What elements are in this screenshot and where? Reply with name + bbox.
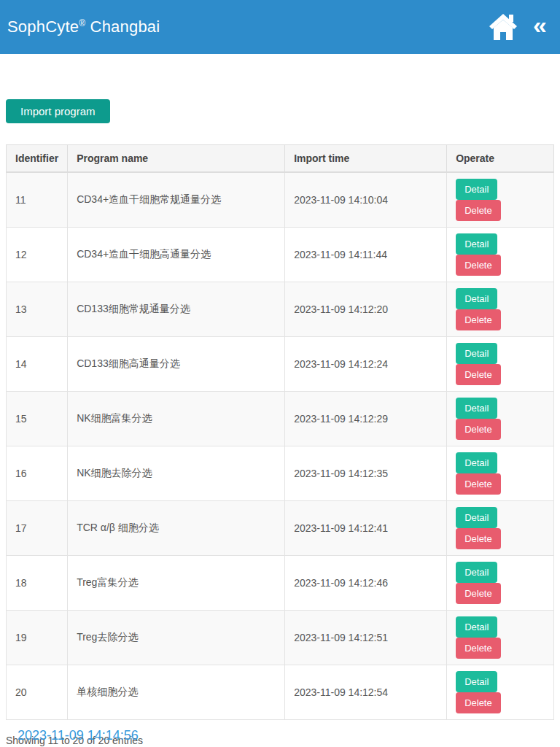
row-id: 17 bbox=[7, 501, 68, 556]
row-operate: Detail Delete bbox=[447, 611, 554, 665]
detail-button[interactable]: Detail bbox=[456, 398, 497, 419]
delete-button[interactable]: Delete bbox=[456, 692, 501, 713]
row-operate: Detail Delete bbox=[447, 172, 554, 228]
row-time: 2023-11-09 14:12:35 bbox=[285, 446, 447, 501]
row-time: 2023-11-09 14:11:44 bbox=[285, 228, 447, 282]
row-name: CD34+造血干细胞常规通量分选 bbox=[68, 172, 285, 228]
column-header-operate: Operate bbox=[447, 145, 554, 173]
table-header-row: Identifier Program name Import time Oper… bbox=[7, 145, 554, 173]
row-id: 12 bbox=[7, 228, 68, 282]
delete-button[interactable]: Delete bbox=[456, 583, 501, 604]
table-row: 17 TCR α/β 细胞分选 2023-11-09 14:12:41 Deta… bbox=[7, 501, 554, 556]
table-row: 19 Treg去除分选 2023-11-09 14:12:51 Detail D… bbox=[7, 611, 554, 665]
import-program-button[interactable]: Import program bbox=[6, 99, 110, 123]
row-operate: Detail Delete bbox=[447, 446, 554, 501]
row-id: 16 bbox=[7, 446, 68, 501]
delete-button[interactable]: Delete bbox=[456, 419, 501, 440]
row-operate: Detail Delete bbox=[447, 501, 554, 556]
detail-button[interactable]: Detail bbox=[456, 507, 497, 528]
row-id: 14 bbox=[7, 337, 68, 392]
row-time: 2023-11-09 14:12:51 bbox=[285, 611, 447, 665]
detail-button[interactable]: Detail bbox=[456, 616, 497, 638]
row-name: CD133细胞常规通量分选 bbox=[68, 282, 285, 337]
registered-mark: ® bbox=[79, 18, 85, 28]
row-name: TCR α/β 细胞分选 bbox=[68, 501, 285, 556]
detail-button[interactable]: Detail bbox=[456, 288, 497, 309]
table-row: 16 NK细胞去除分选 2023-11-09 14:12:35 Detail D… bbox=[7, 446, 554, 501]
row-id: 15 bbox=[7, 392, 68, 446]
column-header-identifier: Identifier bbox=[7, 145, 68, 173]
delete-button[interactable]: Delete bbox=[456, 528, 501, 549]
row-id: 19 bbox=[7, 611, 68, 665]
table-row: 11 CD34+造血干细胞常规通量分选 2023-11-09 14:10:04 … bbox=[7, 172, 554, 228]
brand-name: SophCyte bbox=[7, 18, 79, 36]
detail-button[interactable]: Detail bbox=[456, 562, 497, 583]
row-time: 2023-11-09 14:12:24 bbox=[285, 337, 447, 392]
delete-button[interactable]: Delete bbox=[456, 309, 501, 330]
row-operate: Detail Delete bbox=[447, 392, 554, 446]
row-time: 2023-11-09 14:12:54 bbox=[285, 665, 447, 720]
detail-button[interactable]: Detail bbox=[456, 233, 497, 255]
row-name: Treg富集分选 bbox=[68, 556, 285, 611]
row-name: 单核细胞分选 bbox=[68, 665, 285, 720]
main-content: Import program Identifier Program name I… bbox=[0, 54, 560, 747]
row-name: Treg去除分选 bbox=[68, 611, 285, 665]
detail-button[interactable]: Detail bbox=[456, 452, 497, 473]
column-header-import-time: Import time bbox=[285, 145, 447, 173]
detail-button[interactable]: Detail bbox=[456, 671, 497, 692]
app-header: SophCyte® Changbai « bbox=[0, 0, 560, 54]
table-row: 13 CD133细胞常规通量分选 2023-11-09 14:12:20 Det… bbox=[7, 282, 554, 337]
row-name: NK细胞去除分选 bbox=[68, 446, 285, 501]
row-operate: Detail Delete bbox=[447, 556, 554, 611]
row-operate: Detail Delete bbox=[447, 282, 554, 337]
table-row: 14 CD133细胞高通量分选 2023-11-09 14:12:24 Deta… bbox=[7, 337, 554, 392]
row-time: 2023-11-09 14:12:29 bbox=[285, 392, 447, 446]
product-name: Changbai bbox=[90, 18, 160, 36]
row-operate: Detail Delete bbox=[447, 228, 554, 282]
delete-button[interactable]: Delete bbox=[456, 473, 501, 495]
detail-button[interactable]: Detail bbox=[456, 179, 497, 200]
row-time: 2023-11-09 14:12:41 bbox=[285, 501, 447, 556]
row-id: 11 bbox=[7, 172, 68, 228]
row-time: 2023-11-09 14:10:04 bbox=[285, 172, 447, 228]
delete-button[interactable]: Delete bbox=[456, 364, 501, 385]
detail-button[interactable]: Detail bbox=[456, 343, 497, 364]
table-row: 18 Treg富集分选 2023-11-09 14:12:46 Detail D… bbox=[7, 556, 554, 611]
delete-button[interactable]: Delete bbox=[456, 638, 501, 659]
program-table: Identifier Program name Import time Oper… bbox=[6, 144, 554, 720]
row-name: CD34+造血干细胞高通量分选 bbox=[68, 228, 285, 282]
status-timestamp: 2023-11-09 14:14:56 bbox=[18, 728, 139, 743]
double-chevron-left-icon[interactable]: « bbox=[533, 12, 547, 42]
page-title: SophCyte® Changbai bbox=[7, 18, 160, 36]
column-header-program-name: Program name bbox=[68, 145, 285, 173]
row-time: 2023-11-09 14:12:20 bbox=[285, 282, 447, 337]
delete-button[interactable]: Delete bbox=[456, 200, 501, 221]
home-icon[interactable] bbox=[488, 12, 518, 42]
row-time: 2023-11-09 14:12:46 bbox=[285, 556, 447, 611]
table-row: 15 NK细胞富集分选 2023-11-09 14:12:29 Detail D… bbox=[7, 392, 554, 446]
row-operate: Detail Delete bbox=[447, 337, 554, 392]
row-id: 13 bbox=[7, 282, 68, 337]
header-icons: « bbox=[488, 12, 547, 42]
table-row: 20 单核细胞分选 2023-11-09 14:12:54 Detail Del… bbox=[7, 665, 554, 720]
row-operate: Detail Delete bbox=[447, 665, 554, 720]
row-id: 20 bbox=[7, 665, 68, 720]
row-id: 18 bbox=[7, 556, 68, 611]
table-row: 12 CD34+造血干细胞高通量分选 2023-11-09 14:11:44 D… bbox=[7, 228, 554, 282]
delete-button[interactable]: Delete bbox=[456, 255, 501, 276]
row-name: CD133细胞高通量分选 bbox=[68, 337, 285, 392]
row-name: NK细胞富集分选 bbox=[68, 392, 285, 446]
